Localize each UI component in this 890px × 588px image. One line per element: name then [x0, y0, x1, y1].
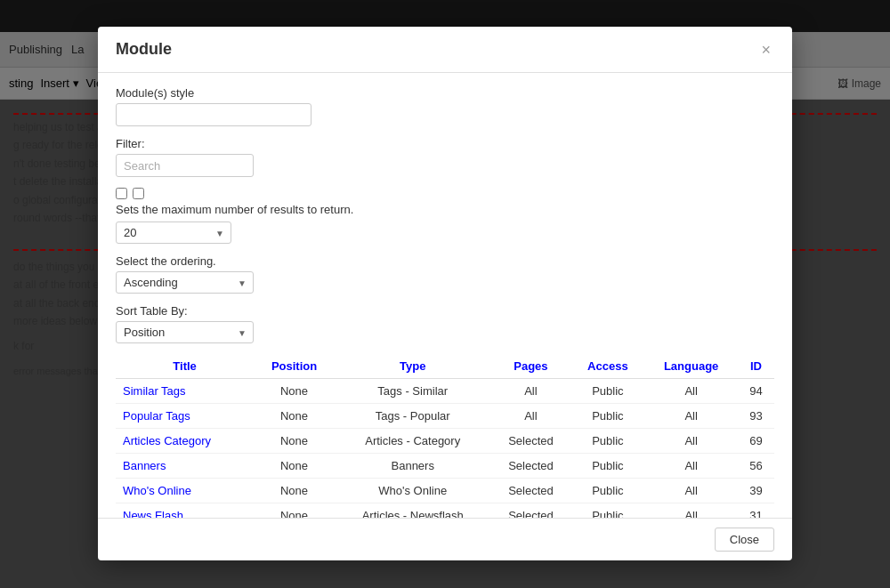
- row-title-link[interactable]: Popular Tags: [123, 409, 190, 423]
- cell-language: All: [644, 503, 737, 519]
- modal-overlay: Module × Module(s) style Filter: Sets th…: [0, 0, 890, 588]
- row-title-link[interactable]: News Flash: [123, 509, 183, 518]
- cell-access: Public: [570, 429, 644, 454]
- cell-id: 94: [738, 379, 774, 404]
- col-access: Access: [570, 354, 644, 379]
- table-row: Who's OnlineNoneWho's OnlineSelectedPubl…: [116, 479, 774, 503]
- checkboxes-row: [116, 188, 774, 199]
- cell-position: None: [254, 404, 335, 429]
- cell-access: Public: [570, 404, 644, 429]
- col-id-link[interactable]: ID: [750, 359, 762, 373]
- row-title-link[interactable]: Similar Tags: [123, 384, 186, 398]
- cell-language: All: [644, 429, 737, 454]
- col-title-link[interactable]: Title: [173, 359, 197, 373]
- max-results-select-wrap: 20 10 50 100 ▼: [116, 222, 231, 244]
- cell-pages: Selected: [491, 503, 571, 519]
- module-modal: Module × Module(s) style Filter: Sets th…: [98, 27, 792, 560]
- table-row: News FlashNoneArticles - NewsflashSelect…: [116, 503, 774, 519]
- cell-access: Public: [570, 479, 644, 503]
- cell-title: News Flash: [116, 503, 254, 519]
- table-row: BannersNoneBannersSelectedPublicAll56: [116, 454, 774, 479]
- table-row: Similar TagsNoneTags - SimilarAllPublicA…: [116, 379, 774, 404]
- col-position-link[interactable]: Position: [271, 359, 317, 373]
- row-title-link[interactable]: Articles Category: [123, 434, 211, 447]
- sort-group: Position Title ID ▼: [116, 321, 774, 343]
- cell-id: 39: [738, 479, 774, 503]
- table-header-row: Title Position Type Pages Access Languag…: [116, 354, 774, 379]
- col-pages-link[interactable]: Pages: [514, 359, 547, 373]
- ordering-group: Ascending Descending ▼: [116, 271, 774, 294]
- max-results-text: Sets the maximum number of results to re…: [116, 203, 774, 216]
- cell-access: Public: [570, 454, 644, 479]
- table-body: Similar TagsNoneTags - SimilarAllPublicA…: [116, 379, 774, 519]
- cell-access: Public: [570, 503, 644, 519]
- cell-type: Tags - Popular: [335, 404, 491, 429]
- checkbox-2[interactable]: [133, 188, 144, 199]
- cell-pages: Selected: [491, 429, 571, 454]
- modal-title: Module: [116, 40, 172, 59]
- cell-id: 31: [738, 503, 774, 519]
- col-position: Position: [254, 354, 335, 379]
- cell-title: Similar Tags: [116, 379, 254, 404]
- row-title-link[interactable]: Banners: [123, 459, 166, 472]
- col-pages: Pages: [491, 354, 571, 379]
- col-type: Type: [335, 354, 491, 379]
- cell-type: Tags - Similar: [335, 379, 491, 404]
- sort-select[interactable]: Position Title ID: [116, 321, 254, 343]
- row-title-link[interactable]: Who's Online: [123, 484, 191, 497]
- max-results-group: 20 10 50 100 ▼: [116, 222, 774, 244]
- col-title: Title: [116, 354, 254, 379]
- modal-footer: Close: [98, 518, 792, 560]
- cell-title: Articles Category: [116, 429, 254, 454]
- modal-header: Module ×: [98, 27, 792, 73]
- module-style-group: Module(s) style: [116, 86, 774, 126]
- modal-body: Module(s) style Filter: Sets the maximum…: [98, 73, 792, 518]
- module-style-input[interactable]: [116, 103, 312, 126]
- cell-type: Articles - Category: [335, 429, 491, 454]
- sort-select-wrap: Position Title ID ▼: [116, 321, 254, 343]
- module-style-label: Module(s) style: [116, 86, 774, 100]
- cell-title: Popular Tags: [116, 404, 254, 429]
- cell-language: All: [644, 404, 737, 429]
- cell-position: None: [254, 479, 335, 503]
- cell-id: 69: [738, 429, 774, 454]
- max-results-select[interactable]: 20 10 50 100: [116, 222, 231, 244]
- table-row: Articles CategoryNoneArticles - Category…: [116, 429, 774, 454]
- close-button[interactable]: Close: [715, 528, 774, 552]
- cell-language: All: [644, 454, 737, 479]
- cell-pages: All: [491, 379, 571, 404]
- col-type-link[interactable]: Type: [400, 359, 425, 373]
- cell-position: None: [254, 454, 335, 479]
- cell-position: None: [254, 379, 335, 404]
- cell-id: 93: [738, 404, 774, 429]
- col-language-link[interactable]: Language: [664, 359, 718, 373]
- checkbox-1[interactable]: [116, 188, 127, 199]
- cell-language: All: [644, 479, 737, 503]
- ordering-select[interactable]: Ascending Descending: [116, 271, 254, 294]
- cell-pages: Selected: [491, 454, 571, 479]
- filter-group: Filter:: [116, 137, 774, 177]
- cell-pages: Selected: [491, 479, 571, 503]
- filter-label: Filter:: [116, 137, 774, 150]
- cell-pages: All: [491, 404, 571, 429]
- cell-type: Articles - Newsflash: [335, 503, 491, 519]
- cell-id: 56: [738, 454, 774, 479]
- ordering-select-wrap: Ascending Descending ▼: [116, 271, 254, 294]
- col-access-link[interactable]: Access: [587, 359, 628, 373]
- module-table: Title Position Type Pages Access Languag…: [116, 354, 774, 518]
- sort-label: Sort Table By:: [116, 304, 774, 318]
- col-id: ID: [738, 354, 774, 379]
- modal-close-button[interactable]: ×: [757, 42, 774, 58]
- table-row: Popular TagsNoneTags - PopularAllPublicA…: [116, 404, 774, 429]
- cell-title: Who's Online: [116, 479, 254, 503]
- cell-type: Who's Online: [335, 479, 491, 503]
- cell-position: None: [254, 429, 335, 454]
- table-header: Title Position Type Pages Access Languag…: [116, 354, 774, 379]
- search-input[interactable]: [116, 154, 254, 177]
- ordering-label: Select the ordering.: [116, 254, 774, 268]
- cell-access: Public: [570, 379, 644, 404]
- cell-title: Banners: [116, 454, 254, 479]
- cell-position: None: [254, 503, 335, 519]
- col-language: Language: [644, 354, 737, 379]
- cell-type: Banners: [335, 454, 491, 479]
